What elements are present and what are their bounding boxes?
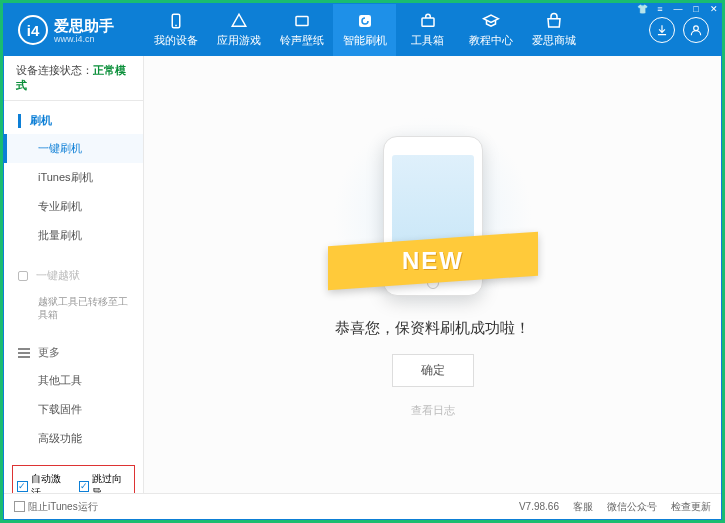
lock-icon [18, 271, 28, 281]
minimize-button[interactable]: — [670, 3, 686, 15]
checkbox-icon [14, 501, 25, 512]
checkbox-block-itunes[interactable]: 阻止iTunes运行 [14, 500, 98, 514]
maximize-button[interactable]: □ [688, 3, 704, 15]
close-button[interactable]: ✕ [706, 3, 722, 15]
ok-button[interactable]: 确定 [392, 354, 474, 387]
graduation-icon [482, 12, 500, 30]
top-nav: 我的设备 应用游戏 铃声壁纸 智能刷机 工具箱 教程中心 爱思商城 [144, 4, 649, 56]
wallpaper-icon [293, 12, 311, 30]
logo[interactable]: i4 爱思助手 www.i4.cn [4, 15, 144, 45]
logo-icon: i4 [18, 15, 48, 45]
svg-rect-3 [359, 15, 371, 27]
wechat-link[interactable]: 微信公众号 [607, 500, 657, 514]
view-log-link[interactable]: 查看日志 [411, 403, 455, 418]
toolbox-icon [419, 12, 437, 30]
footer-right: V7.98.66 客服 微信公众号 检查更新 [519, 500, 711, 514]
svg-rect-2 [296, 17, 308, 26]
sidebar-jailbreak-header[interactable]: 一键越狱 [4, 262, 143, 289]
download-button[interactable] [649, 17, 675, 43]
sidebar-jailbreak-group: 一键越狱 越狱工具已转移至工具箱 [4, 256, 143, 333]
user-button[interactable] [683, 17, 709, 43]
version-label: V7.98.66 [519, 501, 559, 512]
sidebar-item-firmware[interactable]: 下载固件 [4, 395, 143, 424]
checkbox-skip-guide[interactable]: ✓跳过向导 [79, 472, 131, 493]
apps-icon [230, 12, 248, 30]
refresh-icon [356, 12, 374, 30]
footer: 阻止iTunes运行 V7.98.66 客服 微信公众号 检查更新 [4, 493, 721, 519]
nav-tutorials[interactable]: 教程中心 [459, 4, 522, 56]
checkbox-auto-activate[interactable]: ✓自动激活 [17, 472, 69, 493]
footer-left: 阻止iTunes运行 [14, 500, 98, 514]
sidebar-item-oneclick[interactable]: 一键刷机 [4, 134, 143, 163]
sidebar-item-batch[interactable]: 批量刷机 [4, 221, 143, 250]
main-panel: NEW 恭喜您，保资料刷机成功啦！ 确定 查看日志 [144, 56, 721, 493]
menu-button[interactable]: ≡ [652, 3, 668, 15]
nav-toolbox[interactable]: 工具箱 [396, 4, 459, 56]
nav-ringtones[interactable]: 铃声壁纸 [270, 4, 333, 56]
phone-icon [167, 12, 185, 30]
checkmark-icon: ✓ [17, 481, 28, 492]
sidebar-item-other[interactable]: 其他工具 [4, 366, 143, 395]
sidebar: 设备连接状态：正常模式 刷机 一键刷机 iTunes刷机 专业刷机 批量刷机 一… [4, 56, 144, 493]
sidebar-flash-group: 刷机 一键刷机 iTunes刷机 专业刷机 批量刷机 [4, 101, 143, 256]
skin-button[interactable]: 👕 [634, 3, 650, 15]
user-icon [689, 23, 703, 37]
app-url: www.i4.cn [54, 34, 114, 44]
sidebar-more-group: 更多 其他工具 下载固件 高级功能 [4, 333, 143, 459]
jailbreak-note: 越狱工具已转移至工具箱 [4, 289, 143, 327]
download-icon [655, 23, 669, 37]
check-update-link[interactable]: 检查更新 [671, 500, 711, 514]
success-message: 恭喜您，保资料刷机成功啦！ [335, 319, 530, 338]
nav-store[interactable]: 爱思商城 [522, 4, 585, 56]
options-row: ✓自动激活 ✓跳过向导 [12, 465, 135, 493]
app-window: 👕 ≡ — □ ✕ i4 爱思助手 www.i4.cn 我的设备 应用游戏 铃声… [3, 3, 722, 520]
menu-icon [18, 352, 30, 354]
sidebar-item-pro[interactable]: 专业刷机 [4, 192, 143, 221]
sidebar-flash-header[interactable]: 刷机 [4, 107, 143, 134]
window-controls: 👕 ≡ — □ ✕ [634, 3, 722, 15]
connection-status: 设备连接状态：正常模式 [4, 56, 143, 101]
customer-service-link[interactable]: 客服 [573, 500, 593, 514]
sidebar-more-header[interactable]: 更多 [4, 339, 143, 366]
sidebar-item-itunes[interactable]: iTunes刷机 [4, 163, 143, 192]
svg-rect-4 [422, 18, 434, 26]
svg-point-5 [694, 26, 699, 31]
store-icon [545, 12, 563, 30]
nav-my-device[interactable]: 我的设备 [144, 4, 207, 56]
nav-smart-flash[interactable]: 智能刷机 [333, 4, 396, 56]
bar-icon [18, 114, 21, 128]
phone-illustration: NEW [363, 131, 503, 301]
titlebar: i4 爱思助手 www.i4.cn 我的设备 应用游戏 铃声壁纸 智能刷机 工具… [4, 4, 721, 56]
titlebar-right [649, 17, 721, 43]
body: 设备连接状态：正常模式 刷机 一键刷机 iTunes刷机 专业刷机 批量刷机 一… [4, 56, 721, 493]
nav-apps[interactable]: 应用游戏 [207, 4, 270, 56]
checkmark-icon: ✓ [79, 481, 90, 492]
sidebar-item-advanced[interactable]: 高级功能 [4, 424, 143, 453]
